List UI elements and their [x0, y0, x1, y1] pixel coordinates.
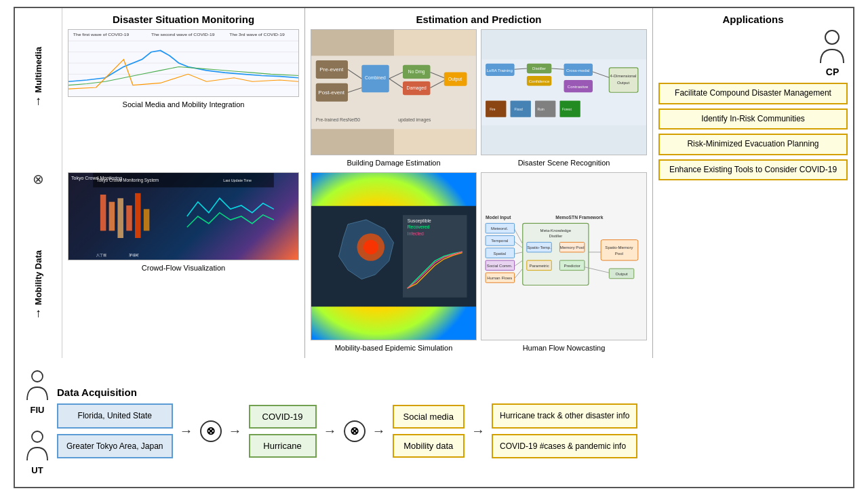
cp-section: CP — [658, 29, 848, 77]
svg-text:Spatial: Spatial — [493, 251, 506, 255]
covid-box: COVID-19 — [249, 405, 317, 429]
svg-text:4-Dimensional: 4-Dimensional — [610, 74, 637, 78]
svg-text:Contrastive: Contrastive — [568, 85, 589, 89]
fiu-person-icon — [24, 370, 50, 402]
svg-text:Damaged: Damaged — [407, 85, 427, 91]
svg-text:Meteorol.: Meteorol. — [491, 226, 509, 231]
svg-text:Susceptible: Susceptible — [408, 218, 431, 224]
estimation-column: Estimation and Prediction — [305, 8, 653, 358]
svg-text:Tokyo Crowd Monitoring System: Tokyo Crowd Monitoring System — [97, 178, 159, 183]
svg-text:八丁堀: 八丁堀 — [97, 252, 107, 256]
epidemic-item: Susceptible Recovered Infected Mobility-… — [311, 172, 477, 353]
svg-text:茅場町: 茅場町 — [130, 252, 140, 256]
svg-text:Cross-modal: Cross-modal — [566, 68, 589, 73]
data-acq-title: Data Acquisition — [57, 387, 844, 398]
content-area: Disaster Situation Monitoring — [62, 8, 853, 358]
svg-text:No Dmg: No Dmg — [408, 69, 425, 75]
output-container: Hurricane track & other disaster info CO… — [492, 403, 637, 459]
monitoring-top: The first wave of COVID-19 The second wa… — [68, 29, 299, 168]
svg-text:Ruin: Ruin — [538, 108, 545, 111]
mobility-data-box: Mobility data — [393, 434, 465, 458]
human-flow-item: Model Input MemoSTN Framework Meteorol. … — [481, 172, 647, 353]
disaster-scene-caption: Disaster Scene Recognition — [481, 158, 647, 167]
left-labels: → Multimedia ⊗ → Mobility Data — [15, 8, 62, 358]
person-icon — [817, 29, 848, 66]
svg-rect-12 — [100, 195, 106, 231]
mobility-arrow: → — [31, 307, 45, 319]
human-flow-img: Model Input MemoSTN Framework Meteorol. … — [481, 172, 647, 340]
multimedia-label: → Multimedia — [31, 47, 45, 108]
svg-rect-58 — [486, 100, 506, 117]
svg-text:Output: Output — [448, 77, 462, 82]
building-damage-item: Pre-event Post-event Combined No Dmg — [311, 29, 477, 168]
svg-text:Parametric: Parametric — [529, 264, 549, 268]
svg-text:Output: Output — [615, 272, 628, 276]
svg-point-110 — [32, 371, 43, 382]
monitoring-header: Disaster Situation Monitoring — [68, 14, 299, 25]
svg-rect-14 — [117, 198, 123, 238]
bottom-section: FIU UT Data Acquisition Florida, United … — [15, 358, 853, 487]
arrow-5: → — [471, 423, 485, 439]
cross-circle-1: ⊗ — [200, 420, 222, 442]
crowd-flow-caption: Crowd-Flow Visualization — [68, 263, 299, 273]
svg-text:LoRA Training: LoRA Training — [487, 68, 513, 73]
multimedia-text: Multimedia — [33, 47, 43, 93]
ut-label: UT — [31, 465, 43, 475]
svg-text:The 3rd wave of COVID-19: The 3rd wave of COVID-19 — [229, 32, 285, 36]
svg-text:Fire: Fire — [490, 108, 496, 111]
svg-point-68 — [363, 239, 378, 254]
main-container: → Multimedia ⊗ → Mobility Data Disaster … — [14, 7, 854, 488]
svg-text:Spatio-Memory: Spatio-Memory — [605, 245, 633, 250]
mobility-label: → Mobility Data — [31, 250, 45, 320]
mobility-text: Mobility Data — [33, 250, 43, 305]
svg-text:updated images: updated images — [398, 117, 431, 123]
applications-header: Applications — [658, 14, 848, 25]
locations-container: Florida, United State Greater Tokyo Area… — [57, 403, 173, 459]
svg-text:Pre-trained ResNet50: Pre-trained ResNet50 — [316, 117, 361, 122]
arrow-4: → — [372, 423, 386, 439]
ut-person-icon — [24, 430, 50, 462]
applications-column: Applications CP Facilitate Compound Disa… — [653, 8, 853, 358]
building-damage-caption: Building Damage Estimation — [311, 158, 477, 167]
crowd-flow-chart: Tokyo Crowd Monitoring System Last Updat… — [68, 172, 299, 260]
svg-text:Confidence: Confidence — [529, 79, 550, 83]
svg-text:Forest: Forest — [562, 108, 572, 111]
monitoring-rows: The first wave of COVID-19 The second wa… — [68, 29, 299, 353]
estimation-top-row: Pre-event Post-event Combined No Dmg — [311, 29, 647, 168]
output-covid: COVID-19 #cases & pandemic info — [492, 434, 637, 459]
media-types-container: Social media Mobility data — [393, 405, 465, 458]
svg-text:MemoSTN Framework: MemoSTN Framework — [555, 215, 603, 220]
cross-1-container: ⊗ — [200, 420, 222, 442]
svg-text:The first wave of COVID-19: The first wave of COVID-19 — [73, 32, 130, 36]
cp-label: CP — [826, 66, 839, 77]
svg-text:Pre-event: Pre-event — [319, 66, 344, 73]
fiu-label: FIU — [31, 405, 45, 415]
monitoring-bottom: Tokyo Crowd Monitoring System Last Updat… — [68, 172, 299, 353]
svg-rect-16 — [135, 193, 141, 238]
svg-rect-52 — [609, 68, 638, 92]
app-box-2: Risk-Minimized Evacuation Planning — [658, 134, 848, 155]
human-flow-caption: Human Flow Nowcasting — [481, 343, 647, 353]
app-boxes-container: Facilitate Compound Disaster Management … — [658, 83, 848, 184]
svg-rect-13 — [109, 201, 115, 231]
social-media-box: Social media — [393, 405, 465, 429]
arrow-2: → — [229, 423, 242, 439]
output-hurricane: Hurricane track & other disaster info — [492, 403, 637, 429]
ut-person: UT — [24, 430, 50, 475]
svg-text:Predictor: Predictor — [564, 264, 580, 268]
svg-rect-17 — [144, 209, 150, 231]
estimation-header: Estimation and Prediction — [311, 14, 647, 25]
svg-text:Meta-Knowledge: Meta-Knowledge — [540, 228, 572, 232]
fiu-person: FIU — [24, 370, 50, 415]
building-damage-img: Pre-event Post-event Combined No Dmg — [311, 29, 477, 155]
persons-section: FIU UT — [24, 365, 50, 480]
svg-text:Combined: Combined — [365, 75, 386, 80]
svg-text:Distiller: Distiller — [532, 66, 546, 71]
cp-figure: CP — [817, 29, 848, 77]
svg-text:Pool: Pool — [615, 251, 623, 255]
svg-text:Spatio-Temp.: Spatio-Temp. — [527, 245, 551, 250]
svg-point-109 — [825, 31, 839, 44]
data-acquisition-main: Data Acquisition Florida, United State G… — [57, 365, 844, 480]
svg-text:Human Flows: Human Flows — [487, 276, 512, 280]
app-box-0: Facilitate Compound Disaster Management — [658, 83, 848, 104]
